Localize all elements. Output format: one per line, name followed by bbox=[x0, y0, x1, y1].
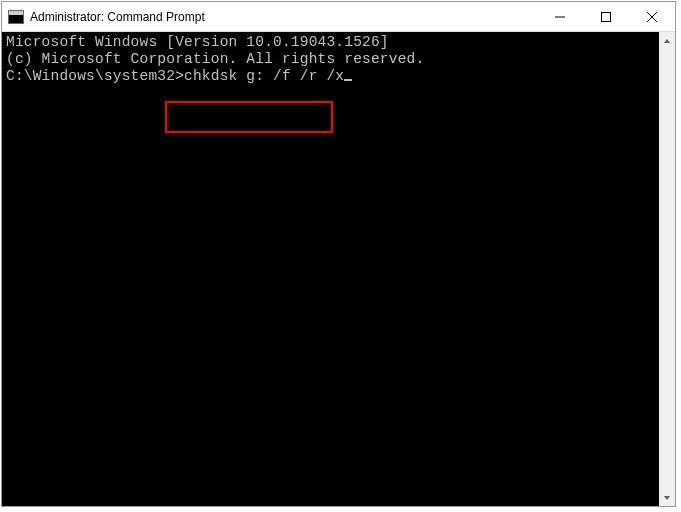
copyright-line: (c) Microsoft Corporation. All rights re… bbox=[6, 51, 655, 68]
command-text: chkdsk g: /f /r /x bbox=[184, 68, 344, 84]
cursor bbox=[344, 79, 352, 81]
vertical-scrollbar[interactable] bbox=[659, 32, 675, 506]
svg-rect-1 bbox=[602, 13, 611, 22]
scroll-track[interactable] bbox=[659, 49, 675, 489]
window-controls bbox=[537, 2, 675, 31]
titlebar-left: Administrator: Command Prompt bbox=[2, 10, 205, 24]
close-button[interactable] bbox=[629, 2, 675, 32]
prompt-text: C:\Windows\system32> bbox=[6, 68, 184, 84]
terminal[interactable]: Microsoft Windows [Version 10.0.19043.15… bbox=[2, 32, 659, 506]
titlebar[interactable]: Administrator: Command Prompt bbox=[2, 2, 675, 32]
cmd-icon bbox=[8, 10, 24, 24]
command-prompt-window: Administrator: Command Prompt Microsoft … bbox=[1, 1, 676, 507]
terminal-area: Microsoft Windows [Version 10.0.19043.15… bbox=[2, 32, 675, 506]
scroll-up-button[interactable] bbox=[659, 32, 675, 49]
minimize-button[interactable] bbox=[537, 2, 583, 32]
window-title: Administrator: Command Prompt bbox=[30, 10, 205, 24]
maximize-button[interactable] bbox=[583, 2, 629, 32]
scroll-down-button[interactable] bbox=[659, 489, 675, 506]
annotation-highlight bbox=[165, 101, 333, 133]
prompt-line: C:\Windows\system32>chkdsk g: /f /r /x bbox=[6, 68, 655, 85]
version-line: Microsoft Windows [Version 10.0.19043.15… bbox=[6, 34, 655, 51]
